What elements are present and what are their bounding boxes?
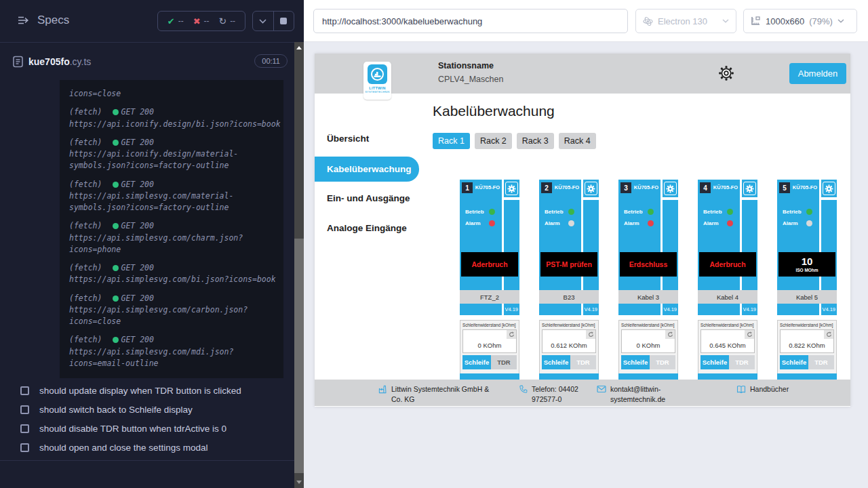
refresh-button[interactable] — [824, 330, 833, 339]
status-display: PST-M prüfen — [540, 252, 597, 277]
card-settings-button[interactable] — [743, 182, 756, 195]
chevron-down-icon — [259, 19, 267, 24]
run-stats[interactable]: ✔ -- ✖ -- ↻ -- — [157, 11, 245, 31]
specs-toggle[interactable]: Specs — [18, 14, 69, 27]
schleife-button[interactable]: Schleife — [780, 355, 808, 369]
rack-tabs: Rack 1 Rack 2 Rack 3 Rack 4 — [433, 133, 596, 149]
test-row[interactable]: should update display when TDR button is… — [0, 381, 294, 400]
measurement-panel: Schleifenwiderstand [kOhm] 0.822 KOhm — [777, 320, 837, 374]
sidebar-nav-item[interactable]: Übersicht — [315, 126, 419, 151]
browser-select[interactable]: Electron 130 — [635, 9, 736, 33]
cable-name: Kabel 4 — [698, 290, 757, 304]
footer-email: kontakt@littwin-systemtechnik.de — [597, 384, 673, 405]
mode-buttons: Schleife TDR — [621, 355, 675, 369]
log-entry[interactable]: icons=close — [69, 88, 281, 100]
footer-manuals-link[interactable]: Handbücher — [736, 384, 789, 394]
card-settings-button[interactable] — [664, 182, 677, 195]
tdr-button[interactable]: TDR — [729, 355, 755, 369]
settings-gear-icon[interactable] — [718, 65, 734, 81]
measurement-label: Schleifenwiderstand [kOhm] — [619, 321, 677, 327]
tdr-button[interactable]: TDR — [808, 355, 834, 369]
log-status: GET 200 — [121, 262, 153, 274]
measurement-display: 0 KOhm — [621, 329, 675, 353]
runner-scrollbar[interactable] — [294, 42, 304, 488]
log-entry[interactable]: (fetch) GET 200 https://api.iconify.desi… — [69, 137, 281, 172]
firmware-version: V4.19 — [743, 306, 756, 312]
log-entry[interactable]: (fetch) GET 200 https://api.simplesvg.co… — [69, 293, 281, 328]
rack-tab[interactable]: Rack 2 — [475, 133, 512, 149]
rack-tab[interactable]: Rack 4 — [559, 133, 596, 149]
log-entry[interactable]: (fetch) GET 200 https://api.simplesvg.co… — [69, 334, 281, 369]
logout-button[interactable]: Abmelden — [789, 63, 846, 84]
measurement-panel: Schleifenwiderstand [kOhm] 0 KOhm — [618, 320, 678, 374]
schleife-button[interactable]: Schleife — [701, 355, 729, 369]
log-prefix: (fetch) — [69, 293, 102, 304]
scroll-down-arrow-icon[interactable] — [296, 481, 302, 484]
scroll-up-arrow-icon[interactable] — [296, 46, 302, 49]
test-row[interactable]: should switch back to Schleife display — [0, 400, 294, 419]
measurement-label: Schleifenwiderstand [kOhm] — [698, 321, 757, 327]
card-settings-button[interactable] — [585, 182, 597, 195]
refresh-button[interactable] — [745, 330, 754, 339]
logo-subtext: SYSTEMTECHNIK — [365, 90, 390, 94]
sidebar-nav-item[interactable]: Analoge Eingänge — [315, 216, 419, 241]
status-display: Erdschluss — [620, 252, 677, 277]
station-label: Stationsname — [438, 61, 503, 70]
app-sidebar: Übersicht Kabelüberwachung Ein- und Ausg… — [315, 94, 419, 380]
measurement-panel: Schleifenwiderstand [kOhm] 0.645 KOhm — [698, 320, 757, 374]
rack-tab[interactable]: Rack 3 — [517, 133, 554, 149]
refresh-button[interactable] — [507, 330, 516, 339]
log-entry[interactable]: (fetch) GET 200 https://api.simplesvg.co… — [69, 262, 281, 286]
log-entry[interactable]: (fetch) GET 200 https://api.iconify.desi… — [69, 106, 281, 130]
station-name: CPLV4_Maschen — [438, 75, 503, 84]
test-title: should switch back to Schleife display — [39, 405, 193, 415]
log-url: https://api.simplesvg.com/bi.json?icons=… — [69, 274, 281, 285]
tdr-button[interactable]: TDR — [570, 355, 596, 369]
status-text: Erdschluss — [629, 260, 668, 268]
status-text: Aderbruch — [709, 260, 745, 268]
status-dot-icon — [113, 182, 119, 188]
viewport-select[interactable]: 1000x660 (79%) — [743, 9, 857, 33]
refresh-button[interactable] — [665, 330, 675, 339]
url-input[interactable] — [313, 9, 628, 33]
card-number: 1 — [462, 182, 473, 193]
schleife-button[interactable]: Schleife — [542, 355, 570, 369]
rack-tab[interactable]: Rack 1 — [433, 133, 470, 149]
log-entry[interactable]: (fetch) GET 200 https://api.simplesvg.co… — [69, 220, 281, 256]
browser-pane: Electron 130 1000x660 (79%) Stationsname… — [304, 0, 868, 488]
betrieb-led-icon — [568, 209, 574, 215]
alarm-led-row: Alarm — [465, 220, 499, 226]
alarm-led-row: Alarm — [703, 220, 737, 226]
card-settings-button[interactable] — [505, 182, 518, 195]
stop-button[interactable] — [273, 12, 294, 30]
card-settings-button[interactable] — [823, 182, 835, 195]
station-info: Stationsname CPLV4_Maschen — [438, 61, 503, 84]
refresh-icon — [747, 331, 753, 338]
log-prefix: (fetch) — [69, 106, 102, 118]
collapse-all-button[interactable] — [253, 12, 273, 30]
log-prefix: (fetch) — [69, 262, 102, 274]
cypress-runner-panel: Specs ✔ -- ✖ -- ↻ -- — [0, 0, 294, 488]
card-number: 5 — [779, 182, 790, 193]
schleife-button[interactable]: Schleife — [462, 355, 491, 369]
tdr-button[interactable]: TDR — [491, 355, 517, 369]
betrieb-led-row: Betrieb — [545, 209, 578, 215]
log-prefix: (fetch) — [69, 220, 102, 232]
test-row[interactable]: should open and close the settings modal — [0, 438, 294, 457]
littwin-logo-icon — [368, 64, 387, 84]
refresh-button[interactable] — [586, 330, 595, 339]
alarm-label: Alarm — [783, 220, 798, 226]
test-pending-icon — [20, 443, 29, 452]
measurement-display: 0.612 KOhm — [542, 329, 596, 353]
sidebar-nav-item[interactable]: Ein- und Ausgänge — [315, 186, 419, 211]
log-entry[interactable]: (fetch) GET 200 https://api.simplesvg.co… — [69, 179, 281, 214]
gear-icon — [507, 184, 516, 193]
sidebar-nav-item[interactable]: Kabelüberwachung — [315, 157, 419, 182]
measurement-label: Schleifenwiderstand [kOhm] — [540, 321, 598, 327]
alarm-label: Alarm — [545, 220, 560, 226]
spec-file-row[interactable]: kue705fo.cy.ts 00:11 — [0, 54, 294, 80]
test-row[interactable]: should disable TDR button when tdrActive… — [0, 419, 294, 438]
tdr-button[interactable]: TDR — [650, 355, 675, 369]
runner-scrollbar-thumb[interactable] — [294, 239, 304, 473]
schleife-button[interactable]: Schleife — [621, 355, 650, 369]
